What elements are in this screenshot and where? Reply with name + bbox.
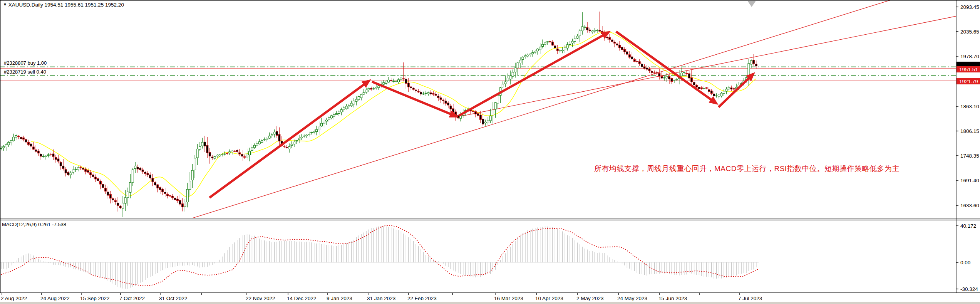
candle-body <box>502 84 504 87</box>
candle <box>611 39 613 42</box>
candle-body <box>90 173 92 175</box>
candle-body <box>638 62 640 64</box>
candle <box>306 134 308 138</box>
candle <box>176 196 178 203</box>
candle-body <box>114 200 116 202</box>
candle-body <box>127 192 129 198</box>
trend-arrow[interactable] <box>372 82 456 116</box>
candle-body <box>569 43 571 45</box>
candle-body <box>92 175 94 176</box>
candle-body <box>606 37 608 38</box>
candle-body <box>492 110 494 115</box>
candle <box>189 172 191 197</box>
candle <box>206 137 208 158</box>
candle-body <box>60 162 62 166</box>
candle <box>626 48 628 56</box>
candle-body <box>750 60 752 64</box>
candle <box>37 149 39 156</box>
chart-canvas[interactable]: 2093.452035.651978.701863.101806.151748.… <box>0 0 980 304</box>
candle-body <box>700 88 702 89</box>
candle <box>723 89 725 96</box>
candle <box>124 190 126 211</box>
candle <box>65 167 67 176</box>
candle <box>348 104 350 109</box>
date-axis-label: 31 Oct 2022 <box>159 296 188 301</box>
window-bottom-strip <box>0 302 980 304</box>
candle-body <box>594 30 596 31</box>
candle-body <box>646 68 648 69</box>
candle-body <box>601 31 603 34</box>
candle-body <box>32 147 34 149</box>
candle-body <box>35 150 37 151</box>
candle-body <box>199 146 201 149</box>
candle <box>60 161 62 170</box>
candle-body <box>330 116 332 118</box>
candle-body <box>556 49 558 51</box>
candle-body <box>691 78 693 82</box>
collapse-triangle-icon[interactable]: ▼ <box>3 2 7 7</box>
candle <box>234 150 236 152</box>
candle-body <box>514 68 516 72</box>
candle <box>753 54 755 66</box>
candle <box>244 155 246 159</box>
candle <box>263 138 265 141</box>
candle <box>447 101 449 108</box>
candle <box>691 70 693 84</box>
candle-body <box>710 91 712 94</box>
candle-body <box>216 155 218 156</box>
ascending-trendline[interactable] <box>193 0 891 218</box>
candle <box>186 183 188 207</box>
candle-body <box>566 45 568 48</box>
price-axis-label: 1978.70 <box>960 54 979 59</box>
trend-arrow[interactable] <box>459 32 608 116</box>
candle-body <box>623 49 625 52</box>
date-axis-label: 22 Feb 2023 <box>407 296 437 301</box>
candle <box>554 44 556 49</box>
candle <box>594 28 596 33</box>
candle <box>512 69 514 79</box>
candle <box>504 76 506 87</box>
candle <box>199 142 201 151</box>
candle-body <box>656 72 658 73</box>
gray-triangle-marker[interactable] <box>747 1 756 7</box>
candle <box>616 42 618 46</box>
candle-body <box>517 63 519 68</box>
candle-body <box>296 140 298 141</box>
candle <box>728 86 730 91</box>
candle-body <box>249 151 251 155</box>
candle <box>330 115 332 119</box>
candle <box>676 78 678 81</box>
candle <box>318 121 320 134</box>
candle <box>231 150 233 155</box>
candle-body <box>591 31 593 32</box>
candle-body <box>658 73 660 76</box>
candle-body <box>263 139 265 140</box>
candle-body <box>542 44 544 46</box>
candle <box>194 155 196 178</box>
candle-body <box>338 112 340 113</box>
candle-body <box>268 136 270 138</box>
candle <box>13 134 15 141</box>
candle-body <box>457 116 459 118</box>
candle-body <box>589 30 591 31</box>
candle-body <box>23 138 25 139</box>
candle-body <box>328 118 330 120</box>
candle <box>474 111 476 118</box>
candle-body <box>85 169 87 171</box>
candle <box>517 62 519 76</box>
candle <box>442 99 444 104</box>
candle <box>581 12 583 35</box>
candle-body <box>134 166 136 169</box>
candle <box>340 108 342 116</box>
price-axis-label: 1633.60 <box>960 203 979 208</box>
trend-arrow[interactable] <box>209 81 369 198</box>
candle <box>668 73 670 84</box>
candle-body <box>725 89 727 91</box>
candle-body <box>358 97 360 100</box>
candle <box>596 29 598 33</box>
candle-body <box>95 177 97 179</box>
candle-body <box>45 156 47 156</box>
candle <box>365 87 367 94</box>
candle-body <box>494 102 496 109</box>
candle <box>656 71 658 75</box>
